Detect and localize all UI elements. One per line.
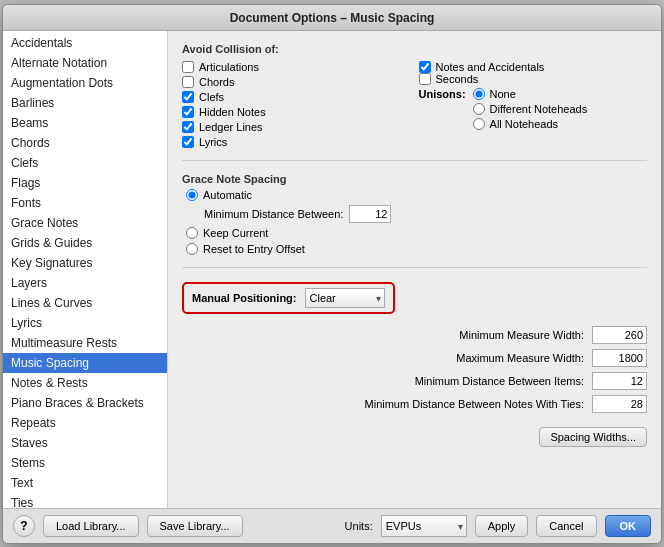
manual-pos-select-wrapper: ClearPreserveReset (305, 288, 385, 308)
sidebar-item-piano-braces---brackets[interactable]: Piano Braces & Brackets (3, 393, 167, 413)
sidebar-item-multimeasure-rests[interactable]: Multimeasure Rests (3, 333, 167, 353)
checkbox-hidden-notes: Hidden Notes (182, 106, 411, 118)
grace-radio-label-keep-current: Keep Current (203, 227, 268, 239)
sidebar-item-accidentals[interactable]: Accidentals (3, 33, 167, 53)
unisons-radio-different-noteheads: Different Noteheads (473, 103, 588, 115)
main-content: AccidentalsAlternate NotationAugmentatio… (3, 31, 661, 508)
checkbox-input-clefs[interactable] (182, 91, 194, 103)
checkbox-seconds: Seconds (419, 73, 648, 85)
sidebar-item-clefs[interactable]: Clefs (3, 153, 167, 173)
grace-radio-input-reset-to-entry-offset[interactable] (186, 243, 198, 255)
sidebar-item-barlines[interactable]: Barlines (3, 93, 167, 113)
checkbox-input-seconds[interactable] (419, 73, 431, 85)
checkbox-input-articulations[interactable] (182, 61, 194, 73)
width-label: Maximum Measure Width: (182, 352, 584, 364)
unisons-radio-stack: NoneDifferent NoteheadsAll Noteheads (473, 88, 588, 130)
sidebar-item-layers[interactable]: Layers (3, 273, 167, 293)
unisons-radio-all-noteheads: All Noteheads (473, 118, 588, 130)
units-select[interactable]: EVPUsInchesCentimetersPointsPicasSpaces (381, 515, 467, 537)
width-input[interactable] (592, 349, 647, 367)
apply-button[interactable]: Apply (475, 515, 529, 537)
avoid-collision-group: Avoid Collision of: ArticulationsChordsC… (182, 43, 647, 148)
sidebar-item-repeats[interactable]: Repeats (3, 413, 167, 433)
width-input[interactable] (592, 326, 647, 344)
checkbox-input-lyrics[interactable] (182, 136, 194, 148)
unisons-radio-label-all-noteheads: All Noteheads (490, 118, 559, 130)
grace-radio-automatic: Automatic (186, 189, 647, 201)
width-input[interactable] (592, 372, 647, 390)
sidebar-item-lines---curves[interactable]: Lines & Curves (3, 293, 167, 313)
width-input[interactable] (592, 395, 647, 413)
right-panel: Avoid Collision of: ArticulationsChordsC… (168, 31, 661, 508)
grace-note-title: Grace Note Spacing (182, 173, 647, 185)
sidebar-item-lyrics[interactable]: Lyrics (3, 313, 167, 333)
grace-radio-reset-to-entry-offset: Reset to Entry Offset (186, 243, 647, 255)
unisons-radio-input-all-noteheads[interactable] (473, 118, 485, 130)
grace-radio-label-automatic: Automatic (203, 189, 252, 201)
sidebar-item-notes---rests[interactable]: Notes & Rests (3, 373, 167, 393)
checkbox-label-chords: Chords (199, 76, 234, 88)
width-label: Minimum Distance Between Notes With Ties… (182, 398, 584, 410)
help-button[interactable]: ? (13, 515, 35, 537)
unisons-block: Unisons: NoneDifferent NoteheadsAll Note… (419, 88, 648, 130)
checkbox-lyrics: Lyrics (182, 136, 411, 148)
sidebar-item-alternate-notation[interactable]: Alternate Notation (3, 53, 167, 73)
checkbox-label-ledger-lines: Ledger Lines (199, 121, 263, 133)
manual-positioning-row: Manual Positioning: ClearPreserveReset (182, 282, 395, 314)
units-label: Units: (345, 520, 373, 532)
unisons-radio-input-different-noteheads[interactable] (473, 103, 485, 115)
unisons-radio-label-different-noteheads: Different Noteheads (490, 103, 588, 115)
title-bar: Document Options – Music Spacing (3, 5, 661, 31)
width-row-maximum-measure-width-: Maximum Measure Width: (182, 349, 647, 367)
checkbox-clefs: Clefs (182, 91, 411, 103)
sidebar-item-key-signatures[interactable]: Key Signatures (3, 253, 167, 273)
grace-radio-label-reset-to-entry-offset: Reset to Entry Offset (203, 243, 305, 255)
unisons-radio-none: None (473, 88, 588, 100)
grace-radio-input-automatic[interactable] (186, 189, 198, 201)
grace-radio-keep-current: Keep Current (186, 227, 647, 239)
ok-button[interactable]: OK (605, 515, 652, 537)
avoid-collision-title: Avoid Collision of: (182, 43, 647, 55)
width-fields: Minimum Measure Width:Maximum Measure Wi… (182, 326, 647, 413)
width-row-minimum-distance-between-notes-with-ties-: Minimum Distance Between Notes With Ties… (182, 395, 647, 413)
unisons-radio-input-none[interactable] (473, 88, 485, 100)
grace-radio-input-keep-current[interactable] (186, 227, 198, 239)
manual-pos-select[interactable]: ClearPreserveReset (305, 288, 385, 308)
sidebar-item-chords[interactable]: Chords (3, 133, 167, 153)
divider-1 (182, 160, 647, 161)
sidebar-item-grace-notes[interactable]: Grace Notes (3, 213, 167, 233)
sidebar-item-beams[interactable]: Beams (3, 113, 167, 133)
sidebar-item-grids---guides[interactable]: Grids & Guides (3, 233, 167, 253)
width-label: Minimum Distance Between Items: (182, 375, 584, 387)
sidebar-item-music-spacing[interactable]: Music Spacing (3, 353, 167, 373)
checkbox-input-chords[interactable] (182, 76, 194, 88)
sidebar-item-stems[interactable]: Stems (3, 453, 167, 473)
checkbox-input-hidden-notes[interactable] (182, 106, 194, 118)
divider-2 (182, 267, 647, 268)
sidebar-item-ties[interactable]: Ties (3, 493, 167, 508)
load-library-button[interactable]: Load Library... (43, 515, 139, 537)
checkbox-input-notes-and-accidentals[interactable] (419, 61, 431, 73)
sidebar-item-staves[interactable]: Staves (3, 433, 167, 453)
sidebar-item-flags[interactable]: Flags (3, 173, 167, 193)
checkbox-label-hidden-notes: Hidden Notes (199, 106, 266, 118)
bottom-bar: ? Load Library... Save Library... Units:… (3, 508, 661, 543)
cancel-button[interactable]: Cancel (536, 515, 596, 537)
min-distance-input[interactable] (349, 205, 391, 223)
checkbox-input-ledger-lines[interactable] (182, 121, 194, 133)
checkbox-label-clefs: Clefs (199, 91, 224, 103)
units-select-wrapper: EVPUsInchesCentimetersPointsPicasSpaces (381, 515, 467, 537)
grace-note-options: AutomaticMinimum Distance Between:Keep C… (182, 189, 647, 255)
unisons-radio-label-none: None (490, 88, 516, 100)
spacing-widths-button[interactable]: Spacing Widths... (539, 427, 647, 447)
min-distance-label: Minimum Distance Between: (204, 208, 343, 220)
sidebar-item-text[interactable]: Text (3, 473, 167, 493)
save-library-button[interactable]: Save Library... (147, 515, 243, 537)
checkbox-articulations: Articulations (182, 61, 411, 73)
sidebar-item-fonts[interactable]: Fonts (3, 193, 167, 213)
checkbox-label-seconds: Seconds (436, 73, 479, 85)
manual-pos-label: Manual Positioning: (192, 292, 297, 304)
grace-note-section: Grace Note Spacing AutomaticMinimum Dist… (182, 173, 647, 255)
sidebar-item-augmentation-dots[interactable]: Augmentation Dots (3, 73, 167, 93)
sidebar: AccidentalsAlternate NotationAugmentatio… (3, 31, 168, 508)
